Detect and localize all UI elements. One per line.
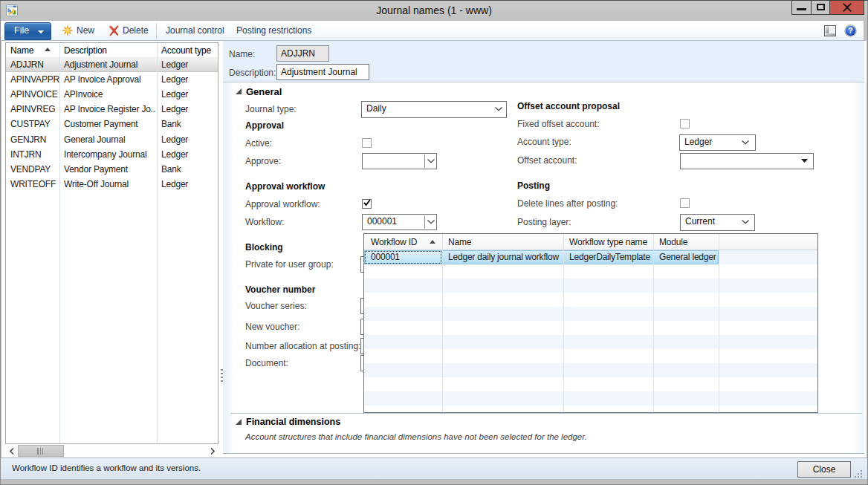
svg-text:?: ? xyxy=(848,26,852,35)
